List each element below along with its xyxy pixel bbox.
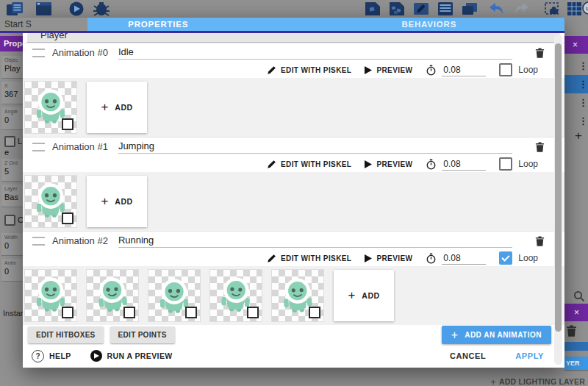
add-object-plus-icon[interactable]: + xyxy=(575,129,582,143)
run-a-preview-button[interactable]: RUN A PREVIEW xyxy=(107,351,173,360)
undo-icon[interactable] xyxy=(487,1,506,16)
animation-frame-thumbnail[interactable] xyxy=(25,82,76,133)
time-between-frames-input[interactable] xyxy=(442,158,486,171)
object-list-item[interactable]: ⋮ xyxy=(564,112,588,130)
add-layer-button[interactable]: YER xyxy=(564,357,588,370)
edit-with-piskel-button[interactable]: EDIT WITH PISKEL xyxy=(267,254,351,263)
field-x[interactable]: X367 xyxy=(1,82,23,104)
drag-handle-icon[interactable] xyxy=(32,237,45,246)
loop-checkbox[interactable] xyxy=(499,251,512,265)
object-list-item-selected[interactable]: ⋮ xyxy=(564,75,588,93)
edit-with-piskel-button[interactable]: EDIT WITH PISKEL xyxy=(267,65,351,75)
add-instance-icon[interactable] xyxy=(387,1,406,16)
help-icon[interactable]: ? xyxy=(32,350,44,362)
debug-icon[interactable] xyxy=(91,1,112,16)
field-object[interactable]: ObjecPlay xyxy=(1,56,23,79)
frame-select-checkbox[interactable] xyxy=(123,307,135,318)
delete-animation-icon[interactable] xyxy=(534,235,545,247)
object-list-item[interactable]: ⋮ xyxy=(564,93,588,112)
dialog-scrollbar[interactable] xyxy=(554,35,562,365)
frame-select-checkbox[interactable] xyxy=(62,307,74,318)
field-zorder[interactable]: Z Ord5 xyxy=(1,159,23,182)
time-between-frames-input[interactable] xyxy=(442,252,486,265)
menu-dots-icon[interactable]: ⋮ xyxy=(578,79,588,90)
frame-select-checkbox[interactable] xyxy=(309,307,320,318)
scrollbar-thumb[interactable] xyxy=(555,43,562,332)
custom-size-checkbox[interactable] xyxy=(4,215,15,226)
edit-with-piskel-button[interactable]: EDIT WITH PISKEL xyxy=(267,160,351,169)
add-frame-button[interactable]: +ADD xyxy=(334,270,394,321)
add-an-animation-button[interactable]: +ADD AN ANIMATION xyxy=(442,326,551,344)
lock-checkbox[interactable] xyxy=(4,136,15,147)
delete-animation-icon[interactable] xyxy=(534,47,545,59)
field-custom-size[interactable]: C xyxy=(1,212,23,225)
preview-button[interactable]: PREVIEW xyxy=(365,66,412,74)
menu-dots-icon[interactable]: ⋮ xyxy=(578,97,588,108)
zoom-1to1-icon[interactable]: 1:1 xyxy=(580,1,588,16)
time-between-frames-input[interactable] xyxy=(442,64,486,76)
animation-frame-thumbnail[interactable] xyxy=(25,176,76,227)
field-angle[interactable]: Angle0 xyxy=(1,107,23,130)
delete-animation-icon[interactable] xyxy=(534,141,545,153)
mask-icon[interactable] xyxy=(543,1,562,16)
field-layer[interactable]: LayerBas xyxy=(1,185,23,207)
menu-dots-icon[interactable]: ⋮ xyxy=(578,115,588,126)
frame-select-checkbox[interactable] xyxy=(247,307,259,318)
edit-hitboxes-button[interactable]: EDIT HITBOXES xyxy=(28,326,104,343)
stopwatch-icon xyxy=(426,159,437,170)
field-animation[interactable]: Anim0 xyxy=(1,259,23,282)
animation-name-input[interactable] xyxy=(118,235,512,248)
loop-checkbox[interactable] xyxy=(499,157,512,171)
field-lock[interactable]: Le xyxy=(1,133,23,156)
edit-scene-icon[interactable] xyxy=(412,1,431,16)
cancel-button[interactable]: CANCEL xyxy=(445,351,490,361)
scene-tab-start[interactable]: Start S xyxy=(0,18,87,33)
loop-checkbox[interactable] xyxy=(499,63,512,76)
run-preview-icon[interactable] xyxy=(90,350,102,362)
animation-section-1: Animation #1 EDIT WITH PISKEL PREVIEW Lo… xyxy=(23,137,564,231)
menu-dots-icon[interactable]: ⋮ xyxy=(578,60,588,71)
apply-button[interactable]: APPLY xyxy=(511,351,548,361)
animation-frame-thumbnail[interactable] xyxy=(148,270,200,321)
pencil-icon xyxy=(267,65,276,75)
animation-frame-thumbnail[interactable] xyxy=(272,270,323,321)
drag-handle-icon[interactable] xyxy=(32,143,45,151)
edit-points-button[interactable]: EDIT POINTS xyxy=(110,326,175,343)
add-lighting-layer-button[interactable]: +ADD LIGHTING LAYER xyxy=(490,376,585,386)
animation-frame-thumbnail[interactable] xyxy=(87,270,138,321)
frame-select-checkbox[interactable] xyxy=(62,212,74,224)
animation-name-input[interactable] xyxy=(118,140,512,154)
animation-name-input[interactable] xyxy=(118,46,512,60)
animation-frame-thumbnail[interactable] xyxy=(25,270,76,321)
tab-behaviors[interactable]: BEHAVIORS xyxy=(294,18,565,31)
properties-panel-header: Prope xyxy=(0,36,23,51)
frame-select-checkbox[interactable] xyxy=(62,118,74,130)
close-icon[interactable]: × xyxy=(573,36,578,54)
preview-window-icon[interactable] xyxy=(34,1,54,16)
project-manager-icon[interactable] xyxy=(6,1,26,16)
layer-row-selected[interactable] xyxy=(564,342,588,351)
drag-handle-icon[interactable] xyxy=(32,49,45,57)
redo-icon[interactable] xyxy=(512,1,531,16)
object-list-item[interactable]: ⋮ xyxy=(564,57,588,75)
add-frame-button[interactable]: +ADD xyxy=(87,176,147,227)
add-frame-button[interactable]: +ADD xyxy=(87,82,147,133)
objects-list-icon[interactable] xyxy=(436,1,455,16)
play-preview-icon[interactable] xyxy=(66,1,87,16)
preview-button[interactable]: PREVIEW xyxy=(365,254,412,262)
object-name-field[interactable]: Player xyxy=(27,33,560,43)
search-icon[interactable] xyxy=(573,290,585,302)
field-width[interactable]: Width0 xyxy=(1,233,23,256)
trash-icon[interactable] xyxy=(565,324,578,337)
frame-select-checkbox[interactable] xyxy=(185,307,197,318)
dialog-footer: ? HELP RUN A PREVIEW CANCEL APPLY xyxy=(23,345,564,368)
animation-frame-thumbnail[interactable] xyxy=(210,270,262,321)
close-icon[interactable]: × xyxy=(574,304,579,321)
preview-button[interactable]: PREVIEW xyxy=(365,160,412,168)
help-button[interactable]: HELP xyxy=(49,351,71,360)
add-object-icon[interactable] xyxy=(363,1,382,16)
plus-icon: + xyxy=(348,288,355,303)
layers-stack-icon[interactable] xyxy=(460,1,479,16)
objects-panel: × ⋮ ⋮ ⋮ ⋮ + × YER xyxy=(564,33,588,386)
animation-label: Animation #1 xyxy=(52,141,108,152)
